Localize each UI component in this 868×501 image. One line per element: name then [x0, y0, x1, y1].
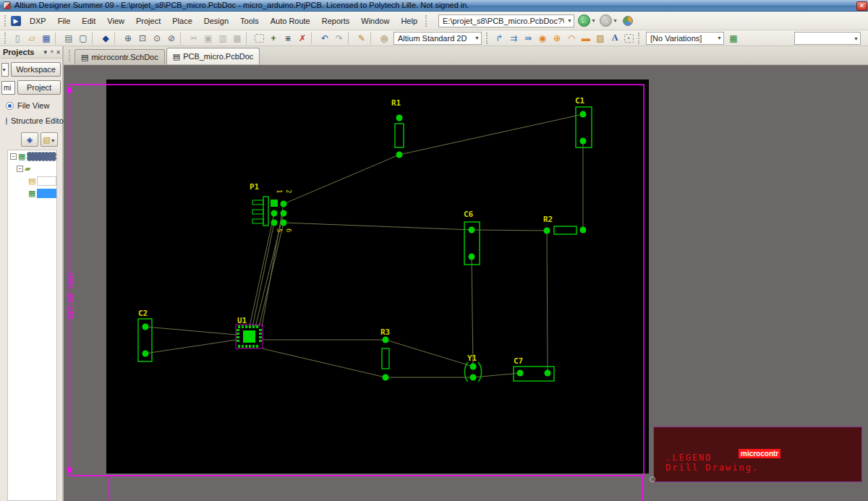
close-button[interactable]: ✕ — [856, 1, 867, 11]
separator[interactable] — [180, 32, 185, 45]
back-dropdown-icon[interactable]: ▼ — [591, 18, 596, 23]
dimension-line[interactable]: 107.50 (mm) — [67, 85, 75, 476]
view-configuration-combo[interactable]: Altium Standard 2D ▼ — [393, 32, 482, 45]
chevron-down-icon[interactable]: ▼ — [851, 36, 859, 41]
separator[interactable] — [55, 32, 60, 45]
chevron-down-icon[interactable]: ▼ — [564, 18, 572, 23]
menu-reports[interactable]: Reports — [316, 14, 356, 27]
menu-auto-route[interactable]: Auto Route — [265, 14, 316, 27]
chevron-down-icon[interactable]: ▼ — [472, 35, 480, 40]
save[interactable]: ▦ — [40, 32, 54, 45]
tree-row-schdoc[interactable]: ▤ — [8, 175, 56, 187]
zoom-area[interactable]: ⊡ — [136, 32, 150, 45]
new-document[interactable]: ▯ — [11, 32, 25, 45]
undo[interactable]: ↶ — [318, 32, 332, 45]
menu-window[interactable]: Window — [355, 14, 395, 27]
forward-dropdown-icon[interactable]: ▼ — [613, 18, 618, 23]
title-bar[interactable]: Altium Designer Summer 09 - E:\projet_s8… — [0, 0, 868, 12]
menu-file[interactable]: File — [52, 14, 77, 27]
menu-place[interactable]: Place — [166, 14, 198, 27]
zoom-in[interactable]: ⊕ — [122, 32, 135, 45]
menu-view[interactable]: View — [101, 14, 130, 27]
tree-row-project[interactable]: − ▦ — [8, 150, 56, 163]
component-tool[interactable]: ▪ — [624, 34, 634, 43]
multi-route-tool[interactable]: ⇛ — [522, 32, 535, 45]
component-R1[interactable]: R1 — [391, 98, 404, 158]
component-P1[interactable]: P1 1 2 5 — [250, 182, 292, 232]
menu-project[interactable]: Project — [130, 14, 166, 27]
component-C6[interactable]: C6 — [464, 210, 480, 265]
tab-pcb[interactable]: ▤ PCB_micro.PcbDoc — [166, 48, 260, 64]
workspace-combo[interactable]: ▼ — [1, 63, 9, 77]
zoom-selection[interactable]: ⊙ — [150, 32, 164, 45]
separator[interactable] — [348, 32, 353, 45]
forward-button[interactable]: → — [600, 14, 612, 27]
arc-tool[interactable]: ◠ — [565, 32, 579, 45]
deselect-all[interactable]: ⋇ — [281, 32, 295, 45]
tree-row-pcbdoc[interactable]: ▦ — [8, 187, 56, 200]
workspace-button[interactable]: Workspace — [11, 62, 61, 77]
close-panel-icon[interactable]: ✕ — [56, 49, 61, 56]
component-U1[interactable]: U1 — [236, 316, 263, 348]
menu-edit[interactable]: Edit — [76, 14, 101, 27]
select-area[interactable] — [255, 34, 264, 43]
toolbar-grip[interactable] — [638, 33, 642, 44]
polygon-tool[interactable]: ▨ — [594, 32, 608, 45]
dxp-logo-icon[interactable]: ▶ — [11, 16, 21, 26]
filter[interactable]: ⊘ — [165, 32, 179, 45]
project-button[interactable]: Project — [17, 80, 61, 95]
toolbar-grip[interactable] — [4, 33, 8, 44]
separator[interactable] — [246, 32, 251, 45]
document-address-combo[interactable]: E:\projet_s8\PCB_micro.PcbDoc?Vi ▼ — [438, 14, 574, 27]
separator[interactable] — [114, 32, 119, 45]
toolbar-grip[interactable] — [69, 50, 72, 61]
board-outline[interactable] — [69, 85, 644, 501]
fill-tool[interactable]: ▬ — [579, 32, 593, 45]
back-button[interactable]: ← — [578, 14, 590, 27]
tab-schematic[interactable]: ▤ microcontr.SchDoc — [75, 49, 165, 64]
component-R2[interactable]: R2 — [543, 215, 587, 234]
chevron-down-icon[interactable]: ▼ — [714, 35, 722, 40]
documents-button[interactable]: ▧▼ — [41, 132, 58, 147]
paste[interactable]: ▥ — [216, 32, 230, 45]
project-node-label[interactable] — [27, 152, 56, 161]
right-empty-combo[interactable]: ▼ — [794, 32, 861, 45]
print[interactable]: ▤ — [62, 32, 76, 45]
string-tool[interactable]: A — [608, 32, 622, 45]
cut[interactable]: ✂ — [187, 32, 201, 45]
clear-filter[interactable]: ✗ — [296, 32, 310, 45]
separator[interactable] — [311, 32, 316, 45]
menu-design[interactable]: Design — [198, 14, 234, 27]
paste-special[interactable]: ▩ — [231, 32, 244, 45]
print-preview[interactable]: ▢ — [77, 32, 90, 45]
sort-button[interactable]: ◈ — [21, 132, 38, 147]
tree-row-source-folder[interactable]: − ▰ — [8, 163, 56, 175]
project-combo[interactable]: mi — [1, 81, 15, 95]
separator[interactable] — [370, 32, 375, 45]
pad-tool[interactable]: ◉ — [536, 32, 550, 45]
menu-help[interactable]: Help — [395, 14, 423, 27]
pcbdoc-node-label[interactable] — [37, 189, 56, 198]
home-pinwheel-icon[interactable] — [623, 16, 633, 26]
file-view-radio[interactable]: File View — [6, 101, 62, 110]
pcb-canvas[interactable]: 107.50 (mm) — [64, 65, 868, 501]
component-C7[interactable]: C7 — [514, 356, 554, 381]
menu-dxp[interactable]: DXP — [24, 14, 52, 27]
collapse-icon[interactable]: − — [17, 166, 23, 172]
toolbar-grip[interactable] — [486, 33, 490, 44]
move[interactable]: + — [267, 32, 281, 45]
wand[interactable]: ✎ — [355, 32, 369, 45]
schdoc-node-label[interactable] — [37, 176, 56, 186]
pin-icon[interactable]: ⌖ — [51, 48, 54, 56]
radio-dot[interactable] — [6, 102, 14, 110]
collapse-icon[interactable]: − — [10, 153, 17, 160]
component-C2[interactable]: C2 — [138, 309, 152, 361]
variant-combo[interactable]: [No Variations] ▼ — [646, 32, 724, 45]
copy[interactable]: ▣ — [202, 32, 216, 45]
diff-pair-tool[interactable]: ⇉ — [507, 32, 521, 45]
via-tool[interactable]: ⊕ — [550, 32, 564, 45]
route-tool[interactable]: ↱ — [493, 32, 506, 45]
component-R3[interactable]: R3 — [380, 327, 390, 381]
chevron-down-icon[interactable]: ▼ — [43, 49, 48, 56]
drill-drawing-legend-panel[interactable]: .LEGEND Drill Drawing. microcontr — [653, 427, 862, 482]
